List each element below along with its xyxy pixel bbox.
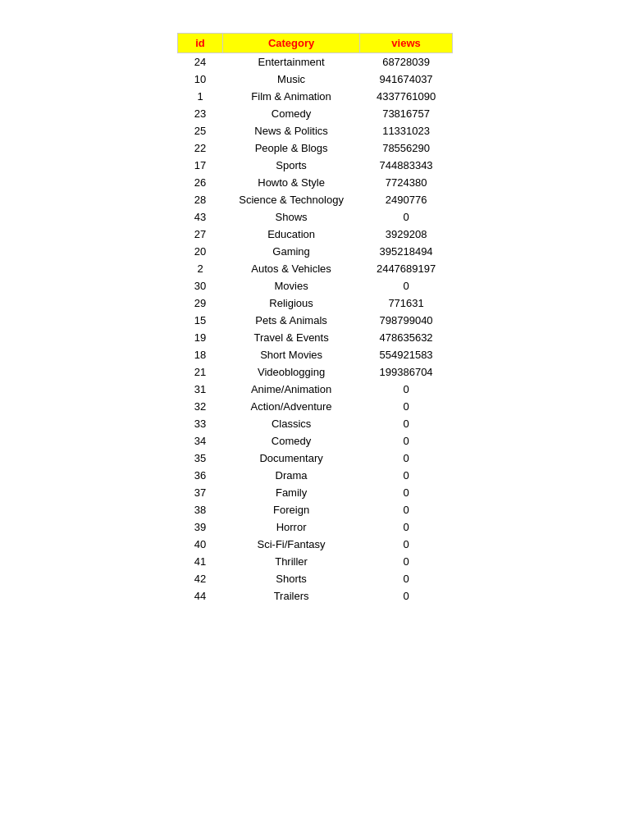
cell-id: 44 xyxy=(178,587,222,605)
cell-id: 42 xyxy=(178,570,222,587)
cell-views: 0 xyxy=(360,501,452,518)
cell-category: Drama xyxy=(222,467,360,484)
table-row: 43Shows0 xyxy=(178,208,452,226)
cell-category: Sci-Fi/Fantasy xyxy=(222,536,360,553)
cell-views: 11331023 xyxy=(360,122,452,139)
table-row: 40Sci-Fi/Fantasy0 xyxy=(178,536,452,553)
cell-category: Gaming xyxy=(222,243,360,260)
cell-category: Comedy xyxy=(222,432,360,450)
table-row: 10Music941674037 xyxy=(178,71,452,88)
table-row: 34Comedy0 xyxy=(178,432,452,450)
table-row: 32Action/Adventure0 xyxy=(178,398,452,415)
cell-views: 0 xyxy=(360,415,452,432)
cell-views: 395218494 xyxy=(360,243,452,260)
cell-views: 554921583 xyxy=(360,346,452,363)
cell-id: 26 xyxy=(178,174,222,191)
cell-category: Music xyxy=(222,71,360,88)
cell-category: Action/Adventure xyxy=(222,398,360,415)
cell-id: 36 xyxy=(178,467,222,484)
cell-views: 4337761090 xyxy=(360,88,452,105)
table-row: 39Horror0 xyxy=(178,518,452,536)
cell-id: 27 xyxy=(178,226,222,243)
cell-views: 7724380 xyxy=(360,174,452,191)
cell-id: 38 xyxy=(178,501,222,518)
cell-id: 17 xyxy=(178,157,222,174)
cell-category: Howto & Style xyxy=(222,174,360,191)
cell-views: 771631 xyxy=(360,294,452,312)
table-row: 21Videoblogging199386704 xyxy=(178,363,452,381)
table-row: 37Family0 xyxy=(178,484,452,501)
cell-id: 35 xyxy=(178,450,222,467)
cell-id: 15 xyxy=(178,312,222,329)
cell-category: Autos & Vehicles xyxy=(222,260,360,277)
cell-id: 31 xyxy=(178,381,222,398)
cell-category: Shorts xyxy=(222,570,360,587)
cell-category: Movies xyxy=(222,277,360,294)
cell-views: 0 xyxy=(360,553,452,570)
table-row: 30Movies0 xyxy=(178,277,452,294)
cell-views: 199386704 xyxy=(360,363,452,381)
table-row: 22People & Blogs78556290 xyxy=(178,139,452,157)
table-row: 29Religious771631 xyxy=(178,294,452,312)
header-views: views xyxy=(360,34,452,53)
cell-views: 3929208 xyxy=(360,226,452,243)
table-row: 38Foreign0 xyxy=(178,501,452,518)
table-row: 23Comedy73816757 xyxy=(178,105,452,122)
table-row: 20Gaming395218494 xyxy=(178,243,452,260)
table-row: 19Travel & Events478635632 xyxy=(178,329,452,346)
cell-category: People & Blogs xyxy=(222,139,360,157)
cell-views: 0 xyxy=(360,432,452,450)
cell-id: 25 xyxy=(178,122,222,139)
table-row: 36Drama0 xyxy=(178,467,452,484)
cell-category: Thriller xyxy=(222,553,360,570)
cell-id: 41 xyxy=(178,553,222,570)
table-row: 17Sports744883343 xyxy=(178,157,452,174)
cell-id: 43 xyxy=(178,208,222,226)
table-row: 2Autos & Vehicles2447689197 xyxy=(178,260,452,277)
cell-category: Short Movies xyxy=(222,346,360,363)
table-row: 44Trailers0 xyxy=(178,587,452,605)
table-row: 15Pets & Animals798799040 xyxy=(178,312,452,329)
cell-category: Comedy xyxy=(222,105,360,122)
cell-views: 0 xyxy=(360,381,452,398)
cell-category: Anime/Animation xyxy=(222,381,360,398)
cell-id: 2 xyxy=(178,260,222,277)
cell-id: 32 xyxy=(178,398,222,415)
cell-id: 22 xyxy=(178,139,222,157)
cell-category: Science & Technology xyxy=(222,191,360,208)
cell-views: 0 xyxy=(360,518,452,536)
cell-id: 34 xyxy=(178,432,222,450)
cell-category: Education xyxy=(222,226,360,243)
cell-views: 744883343 xyxy=(360,157,452,174)
cell-id: 1 xyxy=(178,88,222,105)
cell-views: 0 xyxy=(360,277,452,294)
cell-id: 24 xyxy=(178,53,222,71)
cell-id: 20 xyxy=(178,243,222,260)
cell-category: Family xyxy=(222,484,360,501)
cell-views: 2490776 xyxy=(360,191,452,208)
cell-category: Sports xyxy=(222,157,360,174)
cell-category: Religious xyxy=(222,294,360,312)
cell-id: 29 xyxy=(178,294,222,312)
cell-id: 40 xyxy=(178,536,222,553)
cell-views: 0 xyxy=(360,398,452,415)
cell-category: Trailers xyxy=(222,587,360,605)
cell-category: Foreign xyxy=(222,501,360,518)
cell-id: 23 xyxy=(178,105,222,122)
table-row: 26Howto & Style7724380 xyxy=(178,174,452,191)
cell-views: 0 xyxy=(360,570,452,587)
cell-category: Videoblogging xyxy=(222,363,360,381)
table-row: 25News & Politics11331023 xyxy=(178,122,452,139)
cell-category: News & Politics xyxy=(222,122,360,139)
table-row: 1Film & Animation4337761090 xyxy=(178,88,452,105)
cell-id: 10 xyxy=(178,71,222,88)
header-category: Category xyxy=(222,34,360,53)
cell-category: Shows xyxy=(222,208,360,226)
cell-id: 19 xyxy=(178,329,222,346)
cell-views: 798799040 xyxy=(360,312,452,329)
cell-id: 30 xyxy=(178,277,222,294)
cell-views: 478635632 xyxy=(360,329,452,346)
cell-views: 2447689197 xyxy=(360,260,452,277)
cell-category: Documentary xyxy=(222,450,360,467)
cell-id: 28 xyxy=(178,191,222,208)
